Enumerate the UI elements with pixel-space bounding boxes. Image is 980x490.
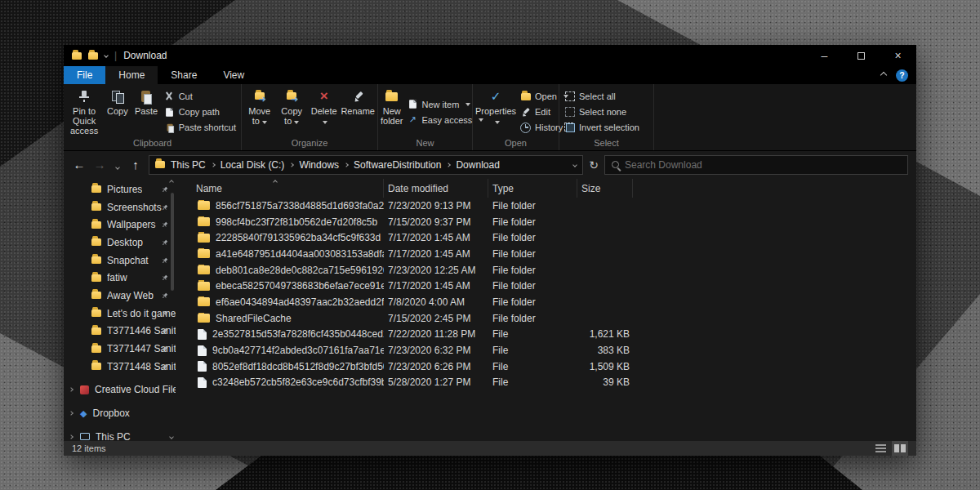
breadcrumb-chevron-icon[interactable] bbox=[290, 163, 295, 167]
up-button[interactable]: ↑ bbox=[128, 158, 143, 172]
paste-shortcut-button[interactable]: Paste shortcut bbox=[161, 120, 239, 135]
column-header-date-modified[interactable]: Date modified bbox=[384, 179, 488, 198]
sidebar-item-label: Wallpapers bbox=[107, 219, 156, 230]
invert-selection-button[interactable]: Invert selection bbox=[561, 120, 643, 135]
tab-file[interactable]: File bbox=[64, 66, 105, 84]
cut-button[interactable]: Cut bbox=[161, 89, 239, 104]
select-all-button[interactable]: Select all bbox=[561, 89, 643, 104]
rename-button[interactable]: Rename bbox=[340, 87, 376, 137]
file-type: File folder bbox=[488, 265, 577, 276]
expand-chevron-icon[interactable] bbox=[69, 388, 74, 393]
dropdown-icon bbox=[495, 121, 500, 124]
tab-view[interactable]: View bbox=[210, 66, 257, 84]
breadcrumb-softwaredistribution[interactable]: SoftwareDistribution bbox=[354, 159, 441, 171]
sidebar-item-fatiw[interactable]: fatiw bbox=[64, 269, 176, 287]
table-row[interactable]: deb801ca8e28de0c882ca715e5961926 7/23/20… bbox=[176, 262, 916, 278]
cut-label: Cut bbox=[179, 91, 193, 101]
sidebar-item-label: Screenshots bbox=[107, 202, 162, 213]
copy-path-button[interactable]: Copy path bbox=[161, 105, 239, 119]
table-row[interactable]: 998cf4bc23f72f81b0562de7d20f8c5b 7/15/20… bbox=[176, 214, 916, 230]
table-row[interactable]: 2e3527815d53fa7828f6cf435b0448ced19... 7… bbox=[176, 327, 916, 343]
tab-home[interactable]: Home bbox=[105, 66, 158, 84]
file-type: File folder bbox=[488, 296, 577, 308]
folder-icon bbox=[198, 297, 210, 306]
paste-button[interactable]: Paste bbox=[131, 87, 160, 137]
file-date: 7/15/2020 2:45 PM bbox=[384, 313, 488, 324]
sidebar-scrollbar-thumb[interactable] bbox=[171, 193, 174, 291]
address-bar[interactable]: This PC Local Disk (C:) Windows Software… bbox=[149, 155, 583, 175]
table-row[interactable]: ef6ae0434894ad48397aac2b32aedd2f 7/8/202… bbox=[176, 294, 916, 310]
copy-label: Copy bbox=[107, 106, 128, 116]
back-button[interactable]: ← bbox=[72, 158, 87, 172]
search-input[interactable] bbox=[625, 159, 901, 171]
sidebar-item-screenshots[interactable]: Screenshots bbox=[64, 198, 176, 216]
sidebar-item-lets-do-it-game[interactable]: Let's do it game bbox=[64, 305, 176, 323]
quick-access-toolbar-icon[interactable] bbox=[88, 52, 98, 60]
sidebar-item-creative-cloud-files[interactable]: Creative Cloud Files bbox=[64, 381, 176, 399]
sidebar-item-t3771448-sanity[interactable]: T3771448 Sanity bbox=[64, 358, 176, 376]
sidebar-item-wallpapers[interactable]: Wallpapers bbox=[64, 216, 176, 234]
breadcrumb-local-disk-c[interactable]: Local Disk (C:) bbox=[220, 159, 285, 171]
breadcrumb-chevron-icon[interactable] bbox=[344, 163, 349, 167]
new-folder-icon bbox=[385, 88, 398, 105]
column-header-type[interactable]: Type bbox=[488, 179, 577, 198]
breadcrumb-chevron-icon[interactable] bbox=[447, 163, 452, 167]
maximize-button[interactable] bbox=[843, 45, 880, 66]
sidebar-item-this-pc[interactable]: This PC bbox=[64, 428, 176, 441]
table-row[interactable]: ebeca58257049738683b6efae7ece91e 7/17/20… bbox=[176, 278, 916, 294]
column-header-name[interactable]: Name bbox=[176, 179, 384, 198]
sidebar-item-away-web[interactable]: Away Web bbox=[64, 287, 176, 305]
table-row[interactable]: 8052ef8df18dcd8b4512f8d9c27bf3bfd50... 7… bbox=[176, 359, 916, 375]
breadcrumb-windows[interactable]: Windows bbox=[299, 159, 339, 171]
sort-ascending-icon bbox=[273, 180, 278, 185]
sidebar-item-t3771446-sanity[interactable]: T3771446 Sanity bbox=[64, 323, 176, 341]
breadcrumb-download[interactable]: Download bbox=[456, 159, 499, 171]
move-to-button[interactable]: ➜ Move to bbox=[243, 87, 275, 137]
table-row[interactable]: 856cf751875a7338d4885d1d693fa0a2 7/23/20… bbox=[176, 198, 916, 214]
address-dropdown-chevron-icon[interactable] bbox=[572, 163, 577, 167]
expand-chevron-icon[interactable] bbox=[69, 411, 74, 416]
delete-button[interactable]: × Delete bbox=[308, 87, 340, 137]
scroll-up-icon[interactable] bbox=[169, 180, 174, 185]
expand-chevron-icon[interactable] bbox=[69, 434, 74, 439]
recent-locations-chevron-icon[interactable] bbox=[113, 158, 122, 172]
new-folder-button[interactable]: New folder bbox=[380, 87, 404, 137]
minimize-button[interactable]: – bbox=[806, 45, 843, 66]
sidebar-item-label: This PC bbox=[96, 431, 131, 441]
sidebar-item-dropbox[interactable]: ◆ Dropbox bbox=[64, 404, 176, 422]
close-button[interactable]: × bbox=[880, 45, 916, 66]
sidebar-item-snapchat[interactable]: Snapchat bbox=[64, 252, 176, 270]
column-header-size[interactable]: Size bbox=[577, 179, 633, 198]
file-type: File folder bbox=[488, 313, 577, 324]
scroll-down-icon[interactable] bbox=[169, 434, 174, 439]
breadcrumb-chevron-icon[interactable] bbox=[211, 163, 216, 167]
table-row[interactable]: a41e6487951d4404aa003083153a8dfa 7/17/20… bbox=[176, 246, 916, 262]
tab-share[interactable]: Share bbox=[158, 66, 210, 84]
details-view-button[interactable] bbox=[892, 441, 908, 456]
sidebar-item-t3771447-sanity[interactable]: T3771447 Sanity bbox=[64, 340, 176, 358]
table-row[interactable]: SharedFileCache 7/15/2020 2:45 PM File f… bbox=[176, 310, 916, 327]
maximize-icon bbox=[858, 52, 865, 60]
select-none-button[interactable]: Select none bbox=[561, 105, 643, 119]
list-view-button[interactable] bbox=[872, 441, 889, 456]
sidebar-item-desktop[interactable]: Desktop bbox=[64, 234, 176, 252]
collapse-ribbon-icon[interactable] bbox=[880, 72, 887, 78]
table-row[interactable]: c3248eb572cb5f82e63ce9c6d73cfbf39b1... 5… bbox=[176, 375, 916, 391]
table-row[interactable]: 22285840f791335962ba34cf5c9f633d 7/17/20… bbox=[176, 229, 916, 246]
refresh-icon[interactable]: ↻ bbox=[589, 158, 599, 172]
copy-button[interactable]: Copy bbox=[103, 87, 131, 137]
file-date: 7/22/2020 11:28 PM bbox=[384, 328, 488, 340]
table-row[interactable]: 9cb0a427714f2abded3c07161fa7aa71e8... 7/… bbox=[176, 342, 916, 359]
help-icon[interactable]: ? bbox=[896, 69, 908, 82]
breadcrumb-this-pc[interactable]: This PC bbox=[171, 159, 206, 171]
copy-to-button[interactable]: ➜ Copy to bbox=[275, 87, 307, 137]
file-name: ef6ae0434894ad48397aac2b32aedd2f bbox=[216, 296, 384, 308]
sidebar-item-pictures[interactable]: Pictures bbox=[64, 180, 176, 198]
properties-button[interactable]: ✓ Properties bbox=[474, 87, 517, 137]
pin-to-quick-access-button[interactable]: Pin to Quick access bbox=[65, 87, 103, 137]
open-label: Open bbox=[535, 91, 557, 101]
history-icon bbox=[520, 122, 531, 133]
quick-access-toolbar-chevron-icon[interactable] bbox=[104, 53, 109, 58]
search-box[interactable] bbox=[604, 155, 908, 175]
forward-button[interactable]: → bbox=[92, 158, 107, 172]
